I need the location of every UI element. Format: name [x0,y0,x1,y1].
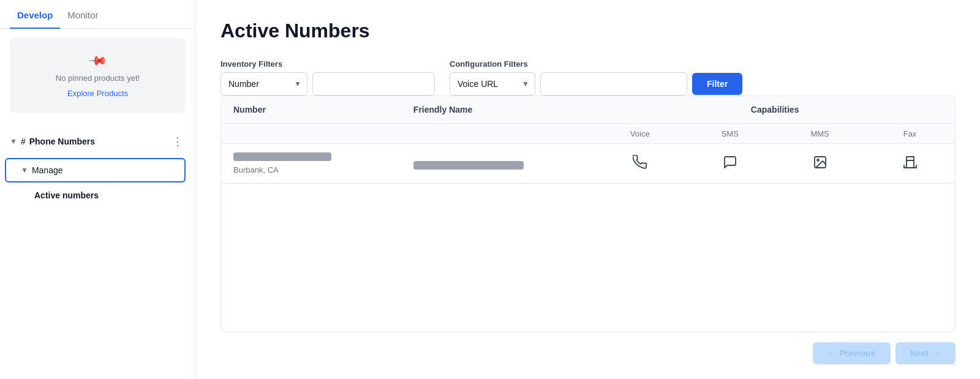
sidebar: Develop Monitor 📌 No pinned products yet… [0,0,196,379]
config-type-select[interactable]: Voice URL SMS URL [450,72,535,96]
arrow-right-icon: → [932,348,941,358]
chevron-down-icon: ▼ [10,137,17,146]
numbers-table-container: Number Friendly Name Capabilities Voice … [221,96,956,332]
friendly-name-sub-header-empty [401,124,595,144]
mms-capability-cell [775,144,865,184]
more-options-icon[interactable]: ⋮ [170,133,186,149]
inventory-type-select[interactable]: Number Friendly Name [221,72,307,96]
number-redacted-bar [233,152,331,161]
location-text: Burbank, CA [233,165,389,174]
filters-area: Inventory Filters Number Friendly Name ▼… [221,59,956,96]
inventory-filters-label: Inventory Filters [221,59,435,69]
arrow-left-icon: ← [827,348,836,358]
manage-sub-item[interactable]: ▼ Manage [5,158,186,182]
manage-label: Manage [32,165,63,175]
chevron-icon: ▼ [21,166,28,174]
voice-icon [633,155,647,173]
capabilities-column-header: Capabilities [595,96,955,124]
table-row[interactable]: Burbank, CA [221,144,955,184]
sms-sub-header: SMS [685,124,775,144]
pinned-products-area: 📌 No pinned products yet! Explore Produc… [10,39,186,113]
active-numbers-label: Active numbers [34,190,99,200]
config-filters-label: Configuration Filters [450,59,742,69]
phone-numbers-label: Phone Numbers [29,137,166,146]
mms-sub-header: MMS [775,124,865,144]
inventory-select-wrapper: Number Friendly Name ▼ [221,72,307,96]
friendly-name-column-header: Friendly Name [401,96,595,124]
hash-icon: # [21,137,26,146]
sidebar-tabs: Develop Monitor [0,0,195,29]
fax-capability-cell [865,144,955,184]
sms-icon [723,155,737,173]
phone-numbers-nav-item[interactable]: ▼ # Phone Numbers ⋮ [5,127,190,156]
previous-button[interactable]: ← Previous [813,342,891,364]
config-filters: Configuration Filters Voice URL SMS URL … [450,59,742,96]
table-header-row: Number Friendly Name Capabilities [221,96,955,124]
svg-rect-2 [907,160,914,168]
main-content: Active Numbers Inventory Filters Number … [196,0,980,379]
phone-numbers-section: ▼ # Phone Numbers ⋮ ▼ Manage Active numb… [0,127,195,206]
inventory-filter-inputs: Number Friendly Name ▼ [221,72,435,96]
fax-sub-header: Fax [865,124,955,144]
tab-monitor[interactable]: Monitor [60,0,105,29]
active-numbers-nav-item[interactable]: Active numbers [5,185,190,206]
fax-icon [903,155,918,173]
sms-capability-cell [685,144,775,184]
inventory-filter-input[interactable] [312,72,435,96]
config-select-wrapper: Voice URL SMS URL ▼ [450,72,535,96]
number-cell: Burbank, CA [221,144,401,184]
svg-point-1 [817,159,819,161]
number-column-header: Number [221,96,401,124]
svg-rect-3 [907,157,914,160]
capabilities-sub-header-row: Voice SMS MMS Fax [221,124,955,144]
config-filter-inputs: Voice URL SMS URL ▼ Filter [450,72,742,96]
mms-icon [813,155,827,173]
next-button[interactable]: Next → [895,342,956,364]
filter-button[interactable]: Filter [692,73,742,95]
pagination-area: ← Previous Next → [221,332,956,364]
tab-develop[interactable]: Develop [10,0,60,29]
friendly-name-cell [401,144,595,184]
explore-products-link[interactable]: Explore Products [67,89,128,98]
friendly-name-redacted-bar [413,161,524,170]
pin-icon: 📌 [87,50,108,72]
config-filter-input[interactable] [540,72,687,96]
voice-capability-cell [595,144,685,184]
numbers-table: Number Friendly Name Capabilities Voice … [221,96,955,184]
voice-sub-header: Voice [595,124,685,144]
sidebar-nav: ▼ # Phone Numbers ⋮ ▼ Manage Active numb… [0,122,195,211]
inventory-filters: Inventory Filters Number Friendly Name ▼ [221,59,435,96]
number-sub-header-empty [221,124,401,144]
pinned-message: No pinned products yet! [56,73,140,84]
page-title: Active Numbers [221,20,956,42]
